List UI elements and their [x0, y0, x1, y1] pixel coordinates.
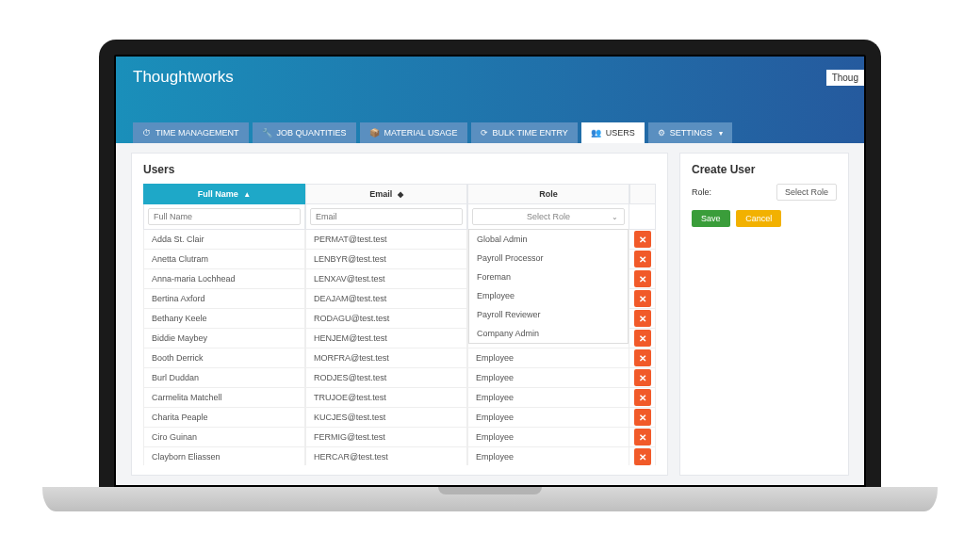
delete-button[interactable]: ✕ [634, 330, 651, 347]
save-button[interactable]: Save [692, 210, 730, 227]
delete-button[interactable]: ✕ [634, 349, 651, 366]
cell-actions: ✕ [629, 348, 656, 368]
delete-button[interactable]: ✕ [634, 409, 651, 426]
cell-name: Carmelita Matchell [143, 388, 305, 408]
create-user-title: Create User [692, 163, 837, 176]
cell-name: Anna-maria Lochhead [143, 269, 305, 289]
tab-settings[interactable]: ⚙SETTINGS▾ [648, 122, 732, 143]
tab-icon: ⟳ [481, 128, 488, 138]
role-dropdown: Global AdminPayroll ProcessorForemanEmpl… [468, 229, 629, 344]
cell-role: Employee [467, 447, 629, 465]
table-filters: Select Role ⌄ Global AdminPayroll Proces… [143, 204, 656, 230]
role-option[interactable]: Payroll Reviewer [469, 305, 628, 324]
cell-name: Ciro Guinan [143, 428, 305, 447]
cell-email: MORFRA@test.test [305, 348, 467, 368]
cell-email: DEAJAM@test.test [305, 289, 467, 309]
tab-label: MATERIAL USAGE [384, 128, 458, 138]
filter-role-select[interactable]: Select Role ⌄ [472, 208, 625, 225]
delete-button[interactable]: ✕ [634, 251, 651, 267]
cell-actions: ✕ [629, 428, 656, 447]
tab-icon: ⚙ [658, 128, 665, 138]
cell-email: LENBYR@test.test [305, 250, 467, 269]
filter-email-input[interactable] [310, 208, 463, 225]
cell-actions: ✕ [629, 309, 656, 329]
cell-email: RODAGU@test.test [305, 309, 467, 329]
cell-email: TRUJOE@test.test [305, 388, 467, 408]
cell-name: Charita Peaple [143, 408, 305, 428]
delete-button[interactable]: ✕ [634, 429, 651, 446]
cell-actions: ✕ [629, 408, 656, 428]
cell-actions: ✕ [629, 329, 656, 348]
role-option[interactable]: Global Admin [469, 230, 628, 249]
col-full-name[interactable]: Full Name ▲ [143, 184, 305, 204]
tab-label: SETTINGS [670, 128, 712, 138]
cell-email: HERCAR@test.test [305, 447, 467, 465]
delete-button[interactable]: ✕ [634, 231, 651, 248]
role-field-label: Role: [692, 187, 711, 197]
col-actions [629, 184, 656, 204]
role-option[interactable]: Company Admin [469, 324, 628, 343]
cell-role: Employee [467, 348, 629, 368]
cell-email: KUCJES@test.test [305, 408, 467, 428]
role-option[interactable]: Foreman [469, 267, 628, 286]
delete-button[interactable]: ✕ [634, 369, 651, 386]
cell-role: Employee [467, 388, 629, 408]
col-role[interactable]: Role [467, 184, 629, 204]
delete-button[interactable]: ✕ [634, 389, 651, 406]
col-label: Full Name [198, 189, 238, 199]
content-area: Users Full Name ▲ Email ◆ Role [116, 143, 864, 485]
table-row: Booth DerrickMORFRA@test.testEmployee✕ [143, 348, 656, 368]
tab-users[interactable]: 👥USERS [581, 122, 645, 143]
tab-label: BULK TIME ENTRY [493, 128, 568, 138]
table-row: Ciro GuinanFERMIG@test.testEmployee✕ [143, 428, 656, 447]
col-email[interactable]: Email ◆ [305, 184, 467, 204]
tab-icon: ⏱ [142, 128, 151, 138]
delete-button[interactable]: ✕ [634, 310, 651, 327]
tab-bulk-time-entry[interactable]: ⟳BULK TIME ENTRY [471, 122, 578, 143]
cancel-button[interactable]: Cancel [736, 210, 781, 227]
cell-name: Bethany Keele [143, 309, 305, 329]
cell-name: Adda St. Clair [143, 230, 305, 250]
laptop-frame: Thoughtworks Thoug ⏱TIME MANAGEMENT🔧JOB … [99, 40, 881, 511]
app-screen: Thoughtworks Thoug ⏱TIME MANAGEMENT🔧JOB … [116, 57, 864, 485]
role-option[interactable]: Payroll Processor [469, 249, 628, 267]
cell-name: Biddie Maybey [143, 329, 305, 348]
tab-label: USERS [606, 128, 635, 138]
users-panel-title: Users [143, 163, 656, 176]
col-label: Role [539, 189, 558, 199]
role-field-select[interactable]: Select Role [776, 184, 837, 201]
cell-email: FERMIG@test.test [305, 428, 467, 447]
cell-actions: ✕ [629, 230, 656, 250]
cell-actions: ✕ [629, 289, 656, 309]
table-header: Full Name ▲ Email ◆ Role [143, 184, 656, 204]
delete-button[interactable]: ✕ [634, 290, 651, 307]
table-row: Burl DuddanRODJES@test.testEmployee✕ [143, 368, 656, 388]
cell-actions: ✕ [629, 447, 656, 465]
cell-name: Booth Derrick [143, 348, 305, 368]
cell-email: RODJES@test.test [305, 368, 467, 388]
filter-role-label: Select Role [527, 212, 570, 221]
col-label: Email [369, 189, 392, 199]
chevron-down-icon: ⌄ [612, 213, 618, 221]
sort-asc-icon: ▲ [243, 190, 251, 199]
cell-role: Employee [467, 428, 629, 447]
org-chip[interactable]: Thoug [826, 70, 864, 86]
filter-full-name [143, 204, 305, 230]
tab-job-quantities[interactable]: 🔧JOB QUANTITIES [253, 122, 356, 143]
table-row: Clayborn EliassenHERCAR@test.testEmploye… [143, 447, 656, 465]
delete-button[interactable]: ✕ [634, 270, 651, 287]
create-user-actions: Save Cancel [692, 210, 837, 227]
tab-material-usage[interactable]: 📦MATERIAL USAGE [360, 122, 467, 143]
table-row: Charita PeapleKUCJES@test.testEmployee✕ [143, 408, 656, 428]
filter-full-name-input[interactable] [148, 208, 301, 225]
create-user-panel: Create User Role: Select Role Save Cance… [679, 153, 849, 476]
brand-title: Thoughtworks [133, 68, 847, 87]
role-option[interactable]: Employee [469, 286, 628, 305]
screen-bezel: Thoughtworks Thoug ⏱TIME MANAGEMENT🔧JOB … [99, 40, 881, 487]
delete-button[interactable]: ✕ [634, 448, 651, 465]
cell-email: HENJEM@test.test [305, 329, 467, 348]
cell-name: Anetta Clutram [143, 250, 305, 269]
table-row: Carmelita MatchellTRUJOE@test.testEmploy… [143, 388, 656, 408]
tab-time-management[interactable]: ⏱TIME MANAGEMENT [133, 122, 249, 143]
app-header: Thoughtworks Thoug ⏱TIME MANAGEMENT🔧JOB … [116, 57, 864, 143]
